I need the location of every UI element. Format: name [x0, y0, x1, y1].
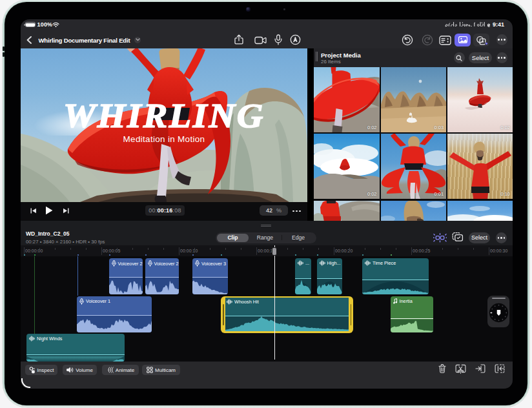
svg-text:9:41: 9:41: [493, 21, 504, 28]
